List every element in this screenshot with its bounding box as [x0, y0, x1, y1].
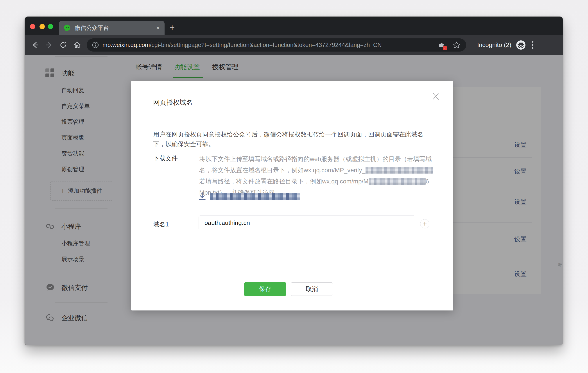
traffic-zoom-button[interactable]: [48, 24, 53, 29]
censored-text: [366, 167, 433, 174]
extension-puzzle-icon[interactable]: x: [437, 41, 445, 49]
download-icon: [198, 192, 206, 201]
browser-menu-icon[interactable]: [532, 41, 534, 49]
page-info-icon[interactable]: [92, 42, 99, 49]
domain1-label: 域名1: [153, 220, 169, 229]
censored-text: [368, 178, 426, 185]
browser-window: 微信公众平台 × + mp.weixin.qq.com /cgi-bin/set…: [25, 17, 563, 345]
verification-file-download-link[interactable]: [198, 192, 300, 201]
page-content: 功能 自动回复 自定义菜单 投票管理 页面模版 赞赏功能 原创管理 + 添加功能…: [25, 55, 563, 345]
web-auth-domain-modal: 网页授权域名 用户在网页授权页同意授权给公众号后，微信会将授权数据传给一个回调页…: [131, 81, 453, 310]
browser-tab[interactable]: 微信公众平台 ×: [59, 21, 165, 35]
modal-title: 网页授权域名: [153, 98, 193, 107]
incognito-avatar-icon[interactable]: [516, 40, 526, 50]
tab-title: 微信公众平台: [75, 24, 109, 32]
wechat-favicon-icon: [63, 24, 71, 32]
traffic-close-button[interactable]: [30, 24, 35, 29]
browser-titlebar: 微信公众平台 × +: [25, 17, 563, 35]
save-button[interactable]: 保存: [244, 282, 286, 296]
download-file-label: 下载文件: [153, 154, 178, 163]
url-path: /cgi-bin/settingpage?t=setting/function&…: [150, 42, 382, 49]
forward-icon[interactable]: [45, 41, 53, 49]
modal-close-icon[interactable]: [429, 90, 442, 103]
censored-filename: [210, 193, 300, 200]
cancel-button[interactable]: 取消: [291, 282, 333, 296]
url-host: mp.weixin.qq.com: [103, 42, 150, 49]
instruction-line1: 将以下文件上传至填写域名或路径指向的web服务器（或虚拟主机）的目录（若填写域: [199, 156, 431, 162]
incognito-label: Incognito (2): [477, 42, 511, 49]
extension-error-badge: x: [443, 46, 447, 50]
back-icon[interactable]: [31, 41, 39, 49]
home-icon[interactable]: [74, 41, 81, 49]
omnibox-right-icons: x: [437, 41, 466, 49]
instruction-line2: 名，将文件放置在域名根目录下，例如wx.qq.com/MP_verify_: [199, 167, 366, 174]
tab-close-icon[interactable]: ×: [156, 24, 160, 31]
url-bar[interactable]: mp.weixin.qq.com /cgi-bin/settingpage?t=…: [87, 38, 466, 52]
modal-description: 用户在网页授权页同意授权给公众号后，微信会将授权数据传给一个回调页面，回调页面需…: [153, 130, 432, 149]
browser-toolbar: mp.weixin.qq.com /cgi-bin/settingpage?t=…: [25, 35, 563, 55]
toolbar-right: Incognito (2): [472, 40, 534, 50]
new-tab-button[interactable]: +: [170, 23, 175, 32]
bookmark-star-icon[interactable]: [453, 41, 461, 49]
reload-icon[interactable]: [59, 41, 67, 49]
instruction-line3-suffix: 6: [426, 178, 429, 185]
download-instructions: 将以下文件上传至填写域名或路径指向的web服务器（或虚拟主机）的目录（若填写域 …: [199, 153, 443, 198]
add-domain-button[interactable]: +: [420, 219, 429, 228]
traffic-minimize-button[interactable]: [40, 24, 45, 29]
instruction-line3: 若填写路径，将文件放置在路径目录下，例如wx.qq.com/mp/M: [199, 178, 368, 185]
domain1-input[interactable]: [199, 215, 415, 230]
